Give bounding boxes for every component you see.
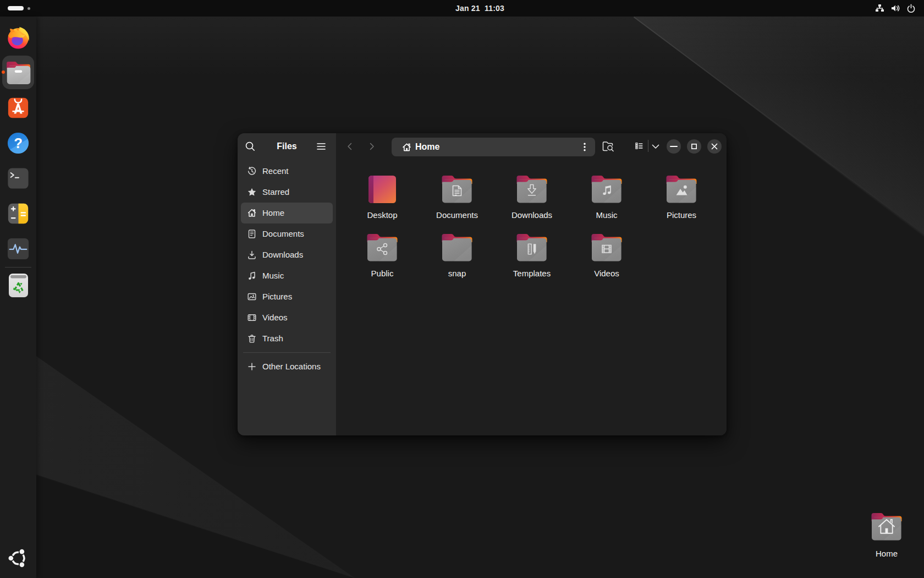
svg-text:?: ? <box>14 135 23 151</box>
